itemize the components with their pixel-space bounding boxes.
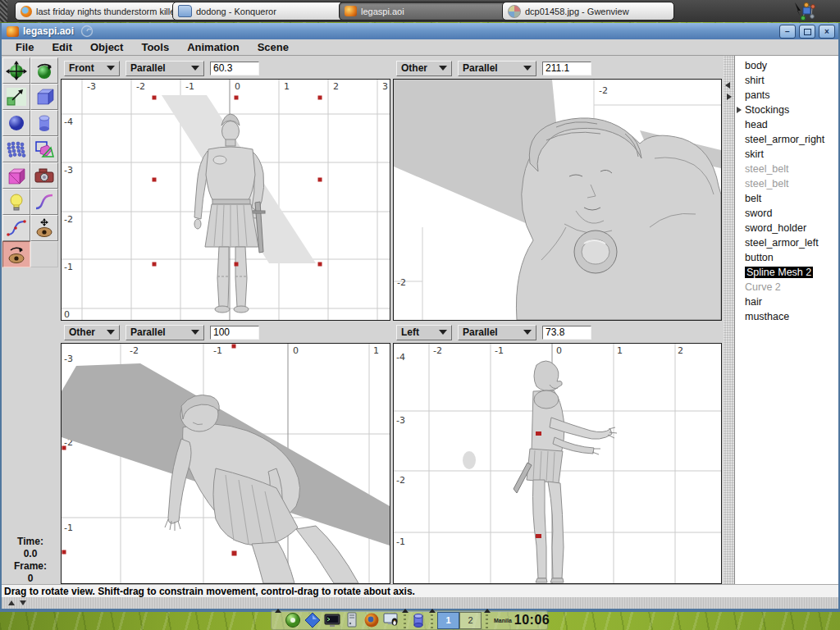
svg-text:-2: -2: [64, 214, 73, 225]
rotate-object-tool[interactable]: [30, 57, 58, 84]
projection-select[interactable]: Parallel: [458, 61, 536, 76]
object-list-item[interactable]: head: [735, 117, 838, 132]
figure-closeup-view[interactable]: [516, 118, 721, 320]
magnification-input[interactable]: [542, 62, 591, 75]
bottom-splitter[interactable]: [2, 597, 838, 609]
create-cylinder-tool[interactable]: [30, 110, 58, 136]
move-view-tool[interactable]: [30, 215, 58, 241]
magnification-input[interactable]: [542, 326, 591, 340]
object-list-item[interactable]: body: [735, 58, 838, 73]
object-label: musthace: [745, 311, 789, 322]
view-select[interactable]: Other: [396, 61, 452, 76]
panel-separator[interactable]: [484, 612, 490, 628]
rotate-view-tool[interactable]: [2, 241, 30, 267]
panel-hide-arrow-icon[interactable]: [275, 612, 282, 628]
kde-gem-icon[interactable]: [304, 611, 322, 629]
object-list-item[interactable]: steel_armor_right: [735, 132, 838, 147]
pager-desktop[interactable]: 1: [437, 612, 459, 629]
green-app-icon[interactable]: [284, 611, 302, 629]
expand-arrow-icon[interactable]: [737, 107, 745, 113]
create-curve-tool[interactable]: [30, 189, 58, 215]
menu-item[interactable]: File: [7, 41, 43, 53]
object-list-item[interactable]: steel_belt: [735, 162, 838, 176]
menu-item[interactable]: Tools: [132, 41, 178, 53]
object-list-item[interactable]: button: [735, 250, 838, 265]
viewport2-canvas[interactable]: -2-2: [393, 79, 722, 321]
projection-select[interactable]: Parallel: [126, 325, 204, 340]
network-nodes-icon[interactable]: [792, 1, 817, 21]
object-list-item[interactable]: sword_holder: [735, 221, 838, 235]
window-tab[interactable]: legaspi.aoi: [339, 2, 511, 21]
panel-drag-handle[interactable]: [0, 0, 7, 22]
svg-text:-2: -2: [136, 81, 145, 92]
view-select[interactable]: Left: [396, 325, 452, 340]
object-list-item[interactable]: Spline Mesh 2: [735, 265, 838, 280]
pager-desktop[interactable]: 2: [459, 612, 482, 629]
object-list-item[interactable]: Stockings: [735, 103, 838, 117]
move-object-tool[interactable]: [2, 57, 30, 84]
window-tab[interactable]: dodong - Konqueror: [172, 2, 348, 21]
terminal-icon[interactable]: [323, 611, 341, 629]
create-sphere-tool[interactable]: [2, 110, 30, 136]
maximize-button[interactable]: [799, 25, 815, 39]
collapse-down-icon[interactable]: [20, 600, 26, 605]
viewport4-canvas[interactable]: -2-1012-4-3-2-1: [393, 343, 722, 584]
control-center-icon[interactable]: [382, 611, 400, 629]
object-list-item[interactable]: steel_belt: [735, 176, 838, 191]
object-list-item[interactable]: pants: [735, 88, 838, 103]
figure-side-view[interactable]: [514, 361, 617, 582]
object-list-item[interactable]: musthace: [735, 309, 838, 324]
collapse-right-icon[interactable]: [727, 94, 732, 100]
titlebar[interactable]: legaspi.aoi − ×: [2, 23, 838, 39]
create-polygon-tool[interactable]: [30, 136, 58, 162]
svg-text:-2: -2: [130, 345, 139, 356]
viewport2-scene: -2-2: [394, 80, 721, 320]
desktop: last friday nights thunderstorm killed m…: [0, 0, 840, 630]
magnification-input[interactable]: [210, 62, 259, 75]
menu-item[interactable]: Object: [81, 41, 132, 53]
object-list-item[interactable]: Curve 2: [735, 280, 838, 294]
panel-separator[interactable]: [402, 612, 408, 628]
create-cube-tool[interactable]: [30, 84, 58, 110]
panel-separator[interactable]: [429, 612, 435, 628]
create-triangle-mesh-tool[interactable]: [2, 162, 30, 189]
window-tab[interactable]: dcp01458.jpg - Gwenview: [502, 2, 674, 21]
viewport3-canvas[interactable]: -2-101-3-2-1: [61, 343, 390, 584]
sidebar-splitter[interactable]: [724, 56, 734, 584]
minimize-button[interactable]: −: [779, 25, 796, 39]
view-select[interactable]: Front: [64, 61, 120, 76]
object-list-item[interactable]: skirt: [735, 147, 838, 162]
menu-item[interactable]: Edit: [43, 41, 81, 53]
create-spline-mesh-tool[interactable]: [2, 136, 30, 162]
magnification-input[interactable]: [210, 326, 259, 340]
firefox-icon[interactable]: [363, 611, 381, 629]
viewport1-canvas[interactable]: -3-2-10123-4-3-2-10: [61, 79, 390, 321]
object-list-item[interactable]: hair: [735, 294, 838, 309]
package-icon[interactable]: [409, 611, 427, 629]
svg-text:1: 1: [284, 81, 290, 92]
collapse-left-icon[interactable]: [725, 82, 730, 89]
create-interpolating-curve-tool[interactable]: [2, 215, 30, 241]
object-label: head: [745, 119, 768, 130]
object-list-item[interactable]: shirt: [735, 73, 838, 88]
create-light-tool[interactable]: [2, 189, 30, 215]
projection-select[interactable]: Parallel: [126, 61, 204, 76]
viewport4-scene: -2-1012-4-3-2-1: [394, 344, 721, 583]
object-list-item[interactable]: sword: [735, 206, 838, 221]
svg-text:-1: -1: [396, 536, 405, 547]
resize-object-tool[interactable]: [2, 84, 30, 110]
create-camera-tool[interactable]: [30, 162, 58, 189]
panel-clock[interactable]: Manila 10:06: [494, 613, 550, 628]
collapse-up-icon[interactable]: [8, 600, 15, 605]
close-button[interactable]: ×: [819, 25, 835, 39]
window-title: legaspi.aoi: [23, 25, 74, 37]
empty-tool-cell: [30, 241, 58, 267]
computer-tower-icon[interactable]: [343, 611, 361, 629]
window-tab[interactable]: last friday nights thunderstorm killed m: [15, 2, 180, 21]
object-list-item[interactable]: belt: [735, 191, 838, 206]
view-select[interactable]: Other: [64, 325, 120, 340]
projection-select[interactable]: Parallel: [458, 325, 536, 340]
object-list-item[interactable]: steel_armor_left: [735, 235, 838, 250]
menu-item[interactable]: Animation: [178, 41, 249, 53]
menu-item[interactable]: Scene: [249, 41, 298, 53]
